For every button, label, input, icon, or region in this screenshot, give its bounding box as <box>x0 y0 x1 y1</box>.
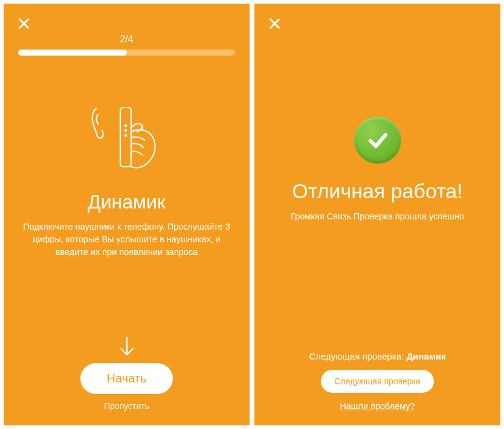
next-test-button[interactable]: Следующая проверка <box>321 370 433 393</box>
test-intro-screen: 2/4 Динамик Подклю <box>4 4 250 425</box>
progress-text: 2/4 <box>18 34 235 45</box>
progress-bar <box>18 50 235 56</box>
next-test-label: Следующая проверка: Динамик <box>309 351 445 361</box>
screen-description: Подключите наушники к телефону. Прослуша… <box>18 221 235 259</box>
found-problem-link[interactable]: Нашли проблему? <box>340 401 415 411</box>
bottom-actions: Начать Пропустить <box>4 337 250 411</box>
hand-phone-ear-icon <box>88 104 166 176</box>
skip-link[interactable]: Пропустить <box>104 401 149 411</box>
close-icon[interactable] <box>17 17 30 30</box>
success-description: Громкая Связь Проверка прошла успешно <box>269 210 486 223</box>
next-prefix: Следующая проверка: <box>309 351 406 361</box>
arrow-down-icon <box>118 337 135 357</box>
success-title: Отличная работа! <box>269 179 486 203</box>
svg-rect-0 <box>120 108 131 167</box>
start-button[interactable]: Начать <box>80 363 173 394</box>
check-icon <box>364 127 391 153</box>
close-icon[interactable] <box>268 17 281 30</box>
svg-point-2 <box>124 130 126 131</box>
success-content: Отличная работа! Громкая Связь Проверка … <box>269 117 486 223</box>
next-test-name: Динамик <box>406 351 445 361</box>
svg-point-1 <box>124 125 126 126</box>
test-success-screen: Отличная работа! Громкая Связь Проверка … <box>254 4 500 425</box>
phone-to-ear-illustration <box>18 104 235 176</box>
screen-title: Динамик <box>18 191 235 213</box>
svg-point-3 <box>124 135 126 136</box>
progress-fill <box>18 50 127 56</box>
bottom-actions: Следующая проверка: Динамик Следующая пр… <box>254 351 500 411</box>
success-check-badge <box>354 117 401 164</box>
